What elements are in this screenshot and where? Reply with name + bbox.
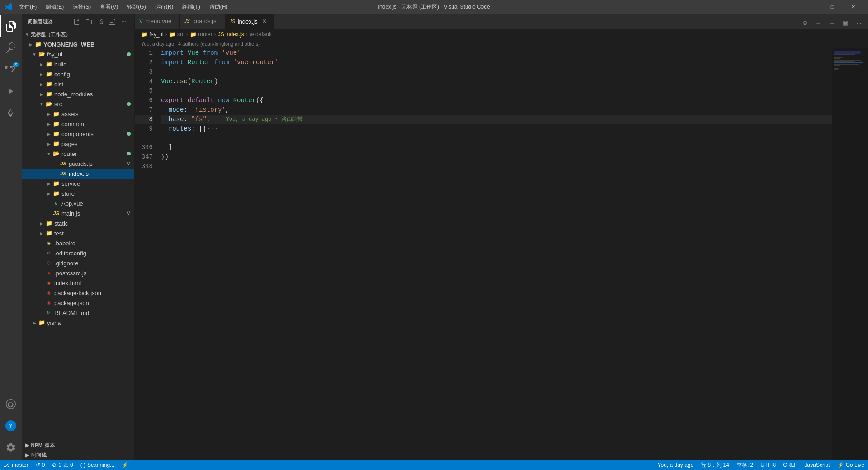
tree-pages[interactable]: ▶ 📁 pages: [22, 139, 134, 149]
prev-editor-button[interactable]: ←: [812, 16, 825, 29]
guards-tab-icon: JS: [184, 19, 190, 24]
config-arrow: ▶: [38, 72, 45, 77]
menu-edit[interactable]: 编辑(E): [42, 2, 67, 12]
package-json-label: package.json: [54, 300, 131, 306]
activity-account[interactable]: Y: [0, 415, 22, 437]
service-arrow: ▶: [45, 181, 52, 186]
breadcrumb-src[interactable]: 📁 src: [169, 31, 184, 38]
go-live-status[interactable]: ⚡ Go Live: [834, 460, 868, 470]
activity-remote[interactable]: [0, 393, 22, 415]
store-arrow: ▶: [45, 191, 52, 196]
activity-extensions[interactable]: [0, 102, 22, 124]
tab-guards-js[interactable]: JS guards.js: [180, 14, 225, 29]
tree-yisha[interactable]: ▶ 📁 yisha: [22, 318, 134, 328]
menu-select[interactable]: 选择(S): [69, 2, 94, 12]
tree-index-html[interactable]: ◉ index.html: [22, 278, 134, 288]
src-label: src: [54, 101, 127, 108]
tree-router[interactable]: ▼ 📂 router: [22, 149, 134, 159]
line-col-status[interactable]: 行 8，列 14: [697, 460, 733, 470]
tree-root-web[interactable]: ▶ 📁 YONGNENG_WEB: [22, 39, 134, 49]
activity-search[interactable]: [0, 37, 22, 59]
tree-package-json[interactable]: ◉ package.json: [22, 298, 134, 308]
tree-index-js[interactable]: JS index.js: [22, 169, 134, 179]
tabs-bar: V menu.vue JS guards.js JS index.js ✕ ⊕ …: [135, 14, 868, 29]
open-editors-button[interactable]: ▣: [839, 16, 852, 29]
more-options-button[interactable]: ···: [119, 17, 129, 27]
tree-node-modules[interactable]: ▶ 📁 node_modules: [22, 89, 134, 99]
activity-run[interactable]: [0, 80, 22, 102]
workspace-root[interactable]: ▼ 无标题（工作区）: [22, 29, 134, 39]
git-branch-status[interactable]: ⎇ master: [0, 460, 32, 470]
breadcrumb-sep-3: ›: [214, 31, 216, 38]
activity-explorer[interactable]: [0, 15, 22, 37]
tree-components[interactable]: ▶ 📁 components: [22, 129, 134, 139]
tree-static[interactable]: ▶ 📁 static: [22, 218, 134, 228]
index-tab-icon: JS: [230, 19, 235, 24]
fsy-ui-arrow: ▼: [31, 52, 38, 57]
menu-terminal[interactable]: 终端(T): [179, 2, 203, 12]
tree-common[interactable]: ▶ 📁 common: [22, 119, 134, 129]
eol-status[interactable]: CRLF: [779, 460, 801, 470]
code-content[interactable]: import Vue from 'vue' import Router from…: [157, 48, 832, 460]
refresh-explorer-button[interactable]: [95, 17, 105, 27]
port-status[interactable]: ⚡: [118, 460, 132, 470]
tree-main-js[interactable]: JS main.js M: [22, 208, 134, 218]
timeline-section[interactable]: ▶ 时间线: [22, 450, 134, 460]
tree-babelrc[interactable]: ◉ .babelrc: [22, 238, 134, 248]
activity-source-control[interactable]: S: [0, 59, 22, 80]
tree-assets[interactable]: ▶ 📁 assets: [22, 109, 134, 119]
tab-menu-vue[interactable]: V menu.vue: [135, 14, 180, 29]
tree-app-vue[interactable]: V App.vue: [22, 198, 134, 208]
menu-goto[interactable]: 转到(G): [123, 2, 149, 12]
tree-build[interactable]: ▶ 📁 build: [22, 59, 134, 69]
encoding-status[interactable]: UTF-8: [757, 460, 779, 470]
tree-store[interactable]: ▶ 📁 store: [22, 188, 134, 198]
breadcrumb-fsy-ui[interactable]: 📁 fsy_ui: [141, 31, 164, 38]
sync-status[interactable]: ↺ 0: [32, 460, 49, 470]
code-editor[interactable]: 1 2 3 4 5 6 7 8 9 346 347 348 import Vue…: [135, 48, 868, 460]
tree-service[interactable]: ▶ 📁 service: [22, 179, 134, 188]
tree-readme[interactable]: M README.md: [22, 308, 134, 318]
readme-label: README.md: [54, 310, 131, 316]
tree-editorconfig[interactable]: ⚙ .editorconfig: [22, 248, 134, 258]
language-status[interactable]: JavaScript: [801, 460, 834, 470]
git-author-status[interactable]: You, a day ago: [654, 460, 698, 470]
maximize-button[interactable]: □: [822, 0, 843, 14]
sidebar-actions: ···: [72, 17, 129, 27]
tab-index-js[interactable]: JS index.js ✕: [225, 14, 274, 29]
menu-view[interactable]: 查看(V): [96, 2, 122, 12]
collapse-all-button[interactable]: [107, 17, 117, 27]
tree-package-lock[interactable]: ◉ package-lock.json: [22, 288, 134, 298]
tab-close-button[interactable]: ✕: [260, 17, 269, 25]
menu-run[interactable]: 运行(R): [151, 2, 177, 12]
tree-dist[interactable]: ▶ 📁 dist: [22, 79, 134, 89]
breadcrumb-index-js[interactable]: JS index.js: [218, 31, 244, 38]
more-editors-button[interactable]: ···: [853, 16, 865, 29]
errors-status[interactable]: ⊘ 0 ⚠ 0: [48, 460, 76, 470]
tree-gitignore[interactable]: ⬡ .gitignore: [22, 258, 134, 268]
menu-help[interactable]: 帮助(H): [206, 2, 231, 12]
tree-postcssrc[interactable]: ◈ .postcssrc.js: [22, 268, 134, 278]
npm-scripts-section[interactable]: ▶ NPM 脚本: [22, 440, 134, 450]
tree-fsy-ui[interactable]: ▼ 📂 fsy_ui: [22, 49, 134, 59]
next-editor-button[interactable]: →: [826, 16, 838, 29]
tree-config[interactable]: ▶ 📁 config: [22, 69, 134, 79]
sidebar-title: 资源管理器: [27, 18, 53, 25]
spaces-status[interactable]: 空格: 2: [733, 460, 757, 470]
breadcrumb-default[interactable]: ⊕ default: [250, 31, 272, 38]
tree-test[interactable]: ▶ 📁 test: [22, 228, 134, 238]
scanning-status[interactable]: (·) Scanning...: [77, 460, 118, 470]
split-editor-button[interactable]: ⊕: [798, 16, 811, 29]
minimize-button[interactable]: ─: [801, 0, 822, 14]
new-folder-button[interactable]: [84, 17, 94, 27]
menu-file[interactable]: 文件(F): [15, 2, 40, 12]
editorconfig-label: .editorconfig: [54, 250, 131, 257]
build-label: build: [54, 61, 131, 68]
tree-guards-js[interactable]: JS guards.js M: [22, 159, 134, 169]
line-col-label: 行 8，列 14: [701, 461, 729, 469]
tree-src[interactable]: ▼ 📂 src: [22, 99, 134, 109]
close-button[interactable]: ✕: [843, 0, 863, 14]
new-file-button[interactable]: [72, 17, 82, 27]
activity-settings[interactable]: [0, 437, 22, 458]
breadcrumb-router[interactable]: 📁 router: [190, 31, 212, 38]
